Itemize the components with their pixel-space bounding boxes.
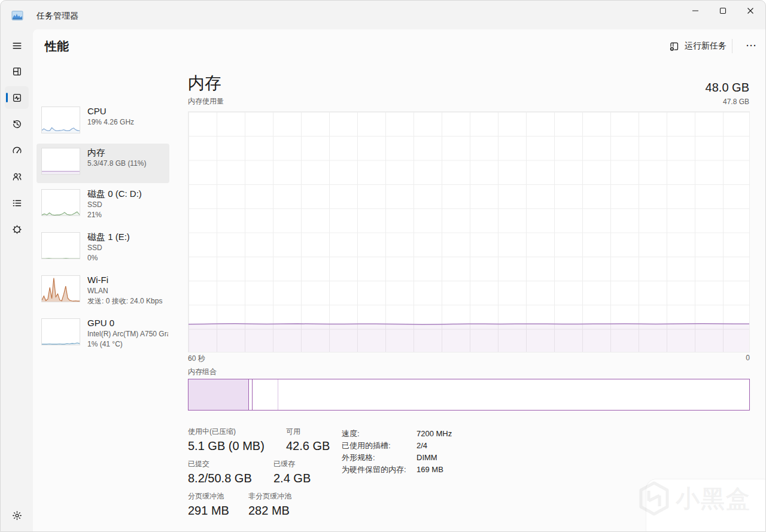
rail-item-services[interactable]: [5, 218, 29, 241]
app-history-icon: [12, 119, 22, 129]
device-stat: 0%: [87, 253, 168, 263]
processes-icon: [12, 66, 22, 77]
rail-item-details[interactable]: [5, 191, 29, 214]
composition-segment-in-use: [189, 379, 249, 410]
stat-available: 可用42.6 GB: [286, 427, 330, 454]
device-title: CPU: [87, 105, 168, 117]
more-options-button[interactable]: ⋯: [742, 37, 760, 54]
device-stat: SSD: [87, 200, 168, 210]
page-title: 性能: [45, 38, 69, 54]
memory-title: 内存: [188, 72, 221, 95]
device-title: 内存: [87, 146, 168, 159]
services-icon: [12, 224, 22, 235]
memory-total: 48.0 GB: [706, 81, 749, 95]
chart-time-zero-label: 0: [746, 354, 750, 364]
composition-segment-free: [278, 379, 749, 410]
device-title: 磁盘 0 (C: D:): [87, 187, 168, 200]
device-item-cpu[interactable]: CPU 19% 4.26 GHz: [37, 102, 169, 142]
memory-sparkline: [41, 148, 80, 175]
detail-speed-label: 速度:: [342, 428, 360, 440]
startup-apps-icon: [12, 145, 22, 156]
device-title: GPU 0: [87, 317, 168, 329]
memory-composition-label: 内存组合: [188, 367, 217, 377]
rail-item-settings[interactable]: [5, 504, 29, 527]
device-stat: Intel(R) Arc(TM) A750 Graphics: [87, 329, 168, 339]
hamburger-icon: [12, 41, 22, 51]
device-stat: 5.3/47.8 GB (11%): [87, 159, 168, 169]
detail-form-factor-label: 外形规格:: [342, 452, 375, 464]
task-manager-window: 任务管理器: [0, 0, 766, 532]
rail-item-startup-apps[interactable]: [5, 139, 29, 162]
device-title: 磁盘 1 (E:): [87, 230, 168, 243]
gpu-sparkline: [41, 318, 80, 345]
stat-non-paged-pool: 非分页缓冲池282 MB: [248, 491, 291, 519]
close-button[interactable]: [737, 1, 764, 21]
watermark-text: 小黑盒: [676, 482, 751, 515]
device-item-disk1[interactable]: 磁盘 1 (E:) SSD 0%: [37, 228, 169, 267]
window-title: 任务管理器: [37, 11, 78, 22]
content-panel: 性能 运行新任务 ⋯ CPU 19% 4.26 GHz: [33, 29, 765, 531]
disk1-sparkline: [41, 232, 80, 259]
run-new-task-icon: [669, 41, 679, 51]
rail-item-users[interactable]: [5, 165, 29, 188]
detail-hw-reserved-label: 为硬件保留的内存:: [342, 464, 406, 476]
disk0-sparkline: [41, 189, 80, 216]
settings-gear-icon: [12, 510, 22, 521]
run-new-task-label: 运行新任务: [685, 41, 727, 51]
more-icon: ⋯: [746, 39, 756, 52]
header-divider: [732, 39, 732, 53]
memory-scale-max: 47.8 GB: [723, 98, 749, 106]
memory-composition-bar: [188, 379, 750, 411]
device-stat: SSD: [87, 243, 168, 253]
run-new-task-button[interactable]: 运行新任务: [667, 37, 729, 55]
detail-slots-value: 2/4: [417, 440, 427, 452]
detail-form-factor-value: DIMM: [417, 452, 437, 464]
maximize-button[interactable]: [709, 1, 737, 21]
device-item-memory[interactable]: 内存 5.3/47.8 GB (11%): [37, 144, 169, 183]
device-title: Wi-Fi: [87, 273, 168, 286]
selection-accent-pill: [6, 93, 8, 102]
users-icon: [12, 172, 22, 182]
wifi-sparkline: [41, 275, 80, 302]
cpu-sparkline: [41, 107, 80, 133]
device-stat: 发送: 0 接收: 24.0 Kbps: [87, 296, 168, 306]
rail-item-app-history[interactable]: [5, 113, 29, 135]
stat-paged-pool: 分页缓冲池291 MB: [188, 491, 229, 519]
device-stat: 1% (41 °C): [87, 339, 168, 349]
device-item-gpu0[interactable]: GPU 0 Intel(R) Arc(TM) A750 Graphics 1% …: [37, 314, 169, 354]
memory-usage-label: 内存使用量: [188, 96, 224, 107]
stat-cached: 已缓存2.4 GB: [273, 459, 311, 487]
device-item-disk0[interactable]: 磁盘 0 (C: D:) SSD 21%: [37, 185, 169, 224]
nav-rail: [1, 29, 33, 531]
device-stat: WLAN: [87, 286, 168, 296]
details-icon: [12, 198, 22, 208]
watermark: 小黑盒: [639, 481, 751, 516]
stat-committed: 已提交8.2/50.8 GB: [188, 459, 252, 487]
app-icon: [11, 10, 23, 22]
device-item-wifi[interactable]: Wi-Fi WLAN 发送: 0 接收: 24.0 Kbps: [37, 271, 169, 311]
stat-in-use: 使用中(已压缩)5.1 GB (0 MB): [188, 427, 265, 454]
performance-icon: [12, 93, 22, 103]
detail-hw-reserved-value: 169 MB: [417, 464, 443, 476]
rail-item-performance[interactable]: [5, 86, 29, 109]
detail-speed-value: 7200 MHz: [417, 428, 452, 440]
memory-usage-chart: [188, 111, 750, 352]
device-stat: 21%: [87, 210, 168, 220]
heybox-logo-icon: [639, 481, 670, 516]
detail-slots-label: 已使用的插槽:: [342, 440, 391, 452]
rail-item-processes[interactable]: [5, 60, 29, 83]
device-stat: 19% 4.26 GHz: [87, 117, 168, 127]
minimize-button[interactable]: [682, 1, 709, 21]
title-bar: 任务管理器: [1, 1, 765, 29]
chart-time-span-label: 60 秒: [188, 354, 205, 364]
composition-segment-standby: [253, 379, 278, 410]
hamburger-menu-button[interactable]: [5, 34, 29, 57]
